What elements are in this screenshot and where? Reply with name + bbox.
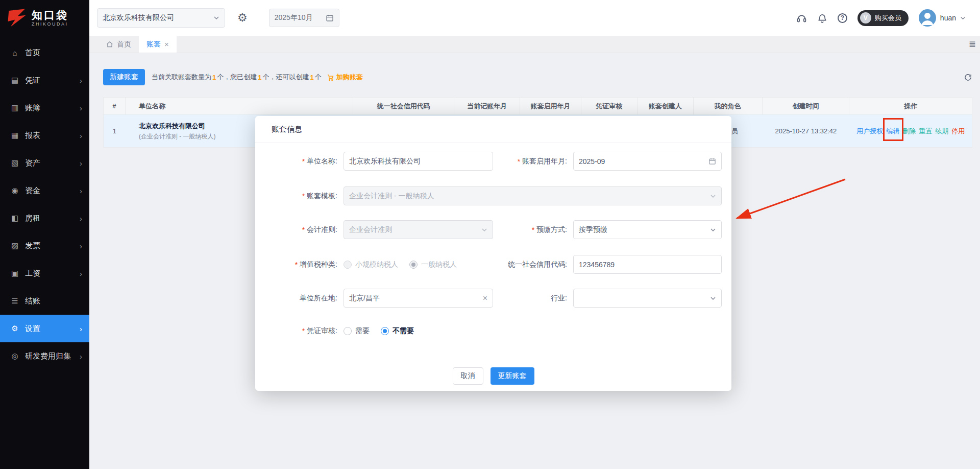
sidebar-item-assets[interactable]: ▧资产› <box>0 149 89 177</box>
industry-select[interactable] <box>573 289 722 308</box>
chevron-down-icon <box>481 227 487 233</box>
company-select[interactable]: 北京欢乐科技有限公司 <box>97 8 225 28</box>
start-month-label: *账套启用年月: <box>493 157 573 166</box>
tab-home[interactable]: 首页 <box>99 36 139 53</box>
update-account-set-button[interactable]: 更新账套 <box>491 367 534 385</box>
help-icon[interactable]: ? <box>838 13 847 23</box>
rd-expense-icon: ◎ <box>10 351 19 361</box>
col-index: # <box>104 98 126 114</box>
period-picker[interactable]: 2025年10月 <box>269 9 339 27</box>
cancel-button[interactable]: 取消 <box>453 367 483 385</box>
brand-logo-icon <box>6 7 28 29</box>
brand-title: 知口袋 <box>32 9 68 21</box>
funds-icon: ◉ <box>10 186 19 195</box>
prepay-select[interactable]: 按季预缴 <box>573 220 722 239</box>
app-root: 知口袋 ZHIKOUDAI ⌂首页 ▤凭证› ▥账簿› ▦报表› ▧资产› ◉资… <box>0 0 980 469</box>
col-voucher-audit: 凭证审核 <box>581 98 638 114</box>
company-select-value: 北京欢乐科技有限公司 <box>103 13 174 22</box>
tab-home-label: 首页 <box>117 40 131 49</box>
sidebar-item-label: 凭证 <box>25 76 40 85</box>
radio-general-taxpayer[interactable] <box>409 261 418 269</box>
standard-select[interactable]: 企业会计准则 <box>344 220 493 239</box>
vat-type-label: *增值税种类: <box>255 260 344 269</box>
audit-label: *凭证审核: <box>255 326 344 336</box>
notifications-bell-icon[interactable] <box>817 13 827 24</box>
sidebar: 知口袋 ZHIKOUDAI ⌂首页 ▤凭证› ▥账簿› ▦报表› ▧资产› ◉资… <box>0 0 89 469</box>
sidebar-item-reports[interactable]: ▦报表› <box>0 122 89 149</box>
sidebar-item-settings[interactable]: ⚙设置› <box>0 315 89 342</box>
start-month-picker[interactable]: 2025-09 <box>573 152 722 171</box>
annotation-highlight-edit-link <box>883 118 903 141</box>
sidebar-item-label: 工资 <box>25 269 40 278</box>
new-account-set-button[interactable]: 新建账套 <box>103 69 145 85</box>
tab-account-set[interactable]: 账套 × <box>139 36 177 53</box>
op-delete-link[interactable]: 删除 <box>902 127 916 136</box>
sidebar-item-ledgers[interactable]: ▥账簿› <box>0 94 89 122</box>
modal-header: 账套信息 <box>255 116 731 143</box>
col-creator: 账套创建人 <box>638 98 694 114</box>
company-name-input[interactable] <box>344 152 493 171</box>
location-label: 单位所在地: <box>255 294 344 303</box>
avatar <box>919 9 936 27</box>
radio-audit-required[interactable] <box>344 327 352 335</box>
sidebar-item-funds[interactable]: ◉资金› <box>0 177 89 204</box>
support-headset-icon[interactable] <box>796 13 807 24</box>
col-start-period: 账套启用年月 <box>520 98 581 114</box>
location-input[interactable]: 北京/昌平 × <box>344 289 493 308</box>
annotation-arrow <box>725 174 852 230</box>
sidebar-item-home[interactable]: ⌂首页 <box>0 39 89 66</box>
sidebar-item-label: 首页 <box>25 48 40 58</box>
op-user-auth-link[interactable]: 用户授权 <box>856 127 883 136</box>
industry-label: 行业: <box>493 294 573 303</box>
refresh-icon[interactable] <box>964 73 972 82</box>
chevron-right-icon: › <box>80 242 82 250</box>
radio-small-scale-taxpayer[interactable] <box>344 261 352 269</box>
user-menu[interactable]: huan <box>919 9 966 27</box>
tab-list-icon[interactable]: ≣ <box>969 36 980 53</box>
quota-linked-count: 1 <box>212 74 216 81</box>
sidebar-item-payroll[interactable]: ▣工资› <box>0 260 89 287</box>
chevron-down-icon <box>710 193 716 199</box>
col-current-period: 当前记账年月 <box>454 98 520 114</box>
sidebar-item-rent[interactable]: ◧房租› <box>0 204 89 232</box>
tab-bar: 首页 账套 × ≣ <box>89 36 980 53</box>
close-tab-icon[interactable]: × <box>164 40 169 49</box>
row-actions: 用户授权 编辑 删除 重置 续期 停用 <box>856 127 965 136</box>
template-select[interactable]: 企业会计准则 - 一般纳税人 <box>344 186 722 205</box>
op-renew-link[interactable]: 续期 <box>935 127 948 136</box>
chevron-right-icon: › <box>80 159 82 168</box>
top-header: 北京欢乐科技有限公司 ⚙ 2025年10月 ? V 购买会员 huan <box>89 0 980 36</box>
radio-audit-not-required[interactable] <box>381 327 389 335</box>
standard-label: *会计准则: <box>255 225 344 235</box>
chevron-down-icon <box>960 15 966 21</box>
audit-radio-group: 需要 不需要 <box>344 326 425 336</box>
sidebar-item-invoices[interactable]: ▨发票› <box>0 232 89 260</box>
quota-remaining-count: 1 <box>310 74 313 81</box>
toolbar: 新建账套 当前关联账套数量为 1 个，您已创建 1 个，还可以创建 1 个 加购… <box>103 69 972 85</box>
sidebar-item-label: 房租 <box>25 214 40 223</box>
chevron-down-icon <box>710 295 716 301</box>
col-company: 单位名称 <box>126 98 354 114</box>
chevron-right-icon: › <box>80 186 82 195</box>
closing-icon: ☰ <box>10 296 19 306</box>
chevron-right-icon: › <box>80 131 82 140</box>
company-settings-gear-icon[interactable]: ⚙ <box>237 11 248 25</box>
prepay-label: *预缴方式: <box>493 225 573 235</box>
sidebar-item-vouchers[interactable]: ▤凭证› <box>0 66 89 94</box>
op-disable-link[interactable]: 停用 <box>951 127 965 136</box>
buy-vip-button[interactable]: V 购买会员 <box>857 10 909 26</box>
row-company-subtitle: (企业会计准则 - 一般纳税人) <box>139 132 216 141</box>
op-reset-link[interactable]: 重置 <box>919 127 932 136</box>
standard-value: 企业会计准则 <box>349 225 392 235</box>
buy-more-account-sets-link[interactable]: 加购账套 <box>327 73 363 82</box>
clear-icon[interactable]: × <box>483 294 487 303</box>
payroll-icon: ▣ <box>10 269 19 278</box>
credit-code-input[interactable] <box>573 255 722 274</box>
sidebar-item-label: 设置 <box>25 324 40 334</box>
sidebar-item-rd-expense[interactable]: ◎研发费用归集› <box>0 342 89 370</box>
template-value: 企业会计准则 - 一般纳税人 <box>349 192 434 201</box>
account-set-quota-text: 当前关联账套数量为 1 个，您已创建 1 个，还可以创建 1 个 <box>152 73 322 82</box>
chevron-right-icon: › <box>80 104 82 112</box>
sidebar-item-closing[interactable]: ☰结账 <box>0 287 89 315</box>
sidebar-item-label: 发票 <box>25 241 40 251</box>
